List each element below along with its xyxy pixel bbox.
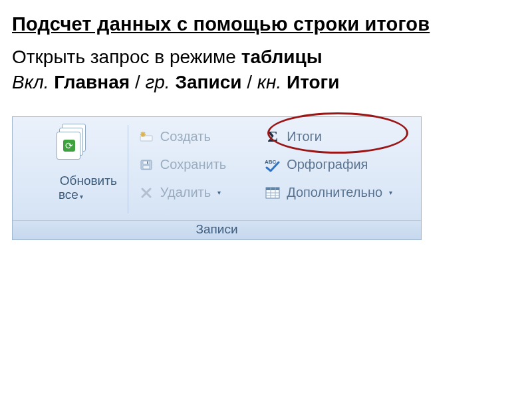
spelling-label: Орфография (287, 157, 368, 172)
instr-line1-prefix: Открыть запрос в режиме (12, 47, 241, 67)
save-icon (138, 158, 155, 172)
instr-kn: кн. (257, 72, 281, 92)
delete-icon (138, 186, 155, 200)
instr-line1-bold: таблицы (241, 47, 323, 67)
divider (128, 125, 128, 214)
ribbon-buttons-grid: Создать Σ Итоги Сохранит (132, 122, 414, 219)
instr-group-records: Записи (175, 72, 241, 92)
svg-rect-8 (143, 166, 150, 169)
refresh-icon (53, 124, 88, 160)
spelling-button[interactable]: ABC Орфография (261, 152, 409, 178)
instr-vkl: Вкл. (12, 72, 49, 92)
svg-text:ABC: ABC (265, 159, 277, 165)
more-button[interactable]: Дополнительно ▾ (261, 180, 409, 206)
instr-sep1: / (130, 72, 145, 92)
instr-button-totals: Итоги (287, 72, 339, 92)
ribbon-body: Обновить все▾ (13, 117, 421, 221)
sigma-icon: Σ (264, 130, 281, 144)
instr-gr: гр. (145, 72, 170, 92)
totals-label: Итоги (287, 129, 322, 144)
refresh-all-label: Обновить все (59, 174, 117, 201)
delete-button[interactable]: Удалить ▾ (135, 180, 243, 206)
page-title: Подсчет данных с помощью строки итогов (12, 13, 520, 35)
svg-rect-0 (140, 136, 152, 141)
save-label: Сохранить (160, 157, 226, 172)
totals-button[interactable]: Σ Итоги (261, 124, 409, 150)
more-label: Дополнительно (287, 185, 382, 200)
instr-sep2: / (241, 72, 257, 92)
new-icon (138, 130, 155, 144)
new-record-button[interactable]: Создать (135, 124, 243, 150)
ribbon-records-group: Обновить все▾ (12, 116, 422, 241)
instr-main-tab: Главная (54, 72, 130, 92)
refresh-all-button[interactable]: Обновить все▾ (18, 122, 124, 219)
save-button[interactable]: Сохранить (135, 152, 243, 178)
ribbon: Обновить все▾ (12, 116, 422, 241)
svg-rect-7 (147, 161, 148, 164)
delete-label: Удалить (160, 185, 211, 200)
ribbon-group-label: Записи (13, 220, 421, 239)
spellcheck-icon: ABC (264, 158, 281, 172)
svg-rect-13 (266, 188, 279, 190)
dropdown-arrow-icon: ▾ (389, 189, 392, 196)
dropdown-arrow-icon: ▾ (217, 189, 221, 196)
dropdown-arrow-icon: ▾ (80, 193, 83, 200)
new-record-label: Создать (160, 129, 211, 144)
more-icon (264, 186, 281, 200)
svg-rect-6 (143, 161, 150, 164)
instructions: Открыть запрос в режиме таблицы Вкл. Гла… (12, 45, 520, 95)
